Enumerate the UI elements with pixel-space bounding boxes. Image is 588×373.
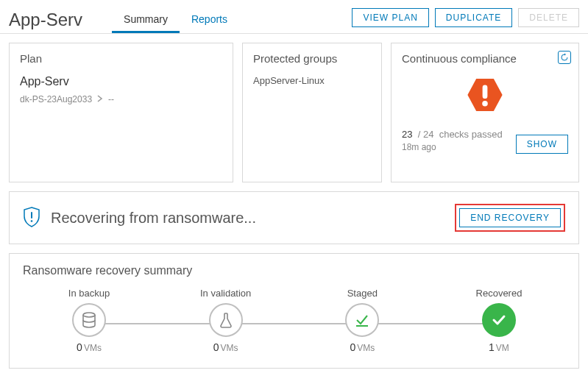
plan-path-source: dk-PS-23Aug2033 [20, 94, 92, 104]
delete-button: DELETE [518, 8, 579, 27]
recovery-summary-wrap: Ransomware recovery summary In backup 0V… [0, 253, 588, 373]
tab-reports[interactable]: Reports [180, 6, 239, 33]
protected-groups-title: Protected groups [253, 52, 371, 65]
database-icon [72, 303, 106, 337]
arrow-right-icon [96, 94, 104, 104]
stage-staged: Staged 0VMs [318, 288, 406, 353]
duplicate-button[interactable]: DUPLICATE [435, 8, 512, 27]
flask-icon [209, 303, 243, 337]
svg-point-4 [31, 220, 33, 222]
refresh-icon[interactable] [558, 51, 571, 64]
recovery-banner: Recovering from ransomware... END RECOVE… [9, 191, 579, 244]
svg-rect-1 [483, 85, 488, 99]
view-plan-button[interactable]: VIEW PLAN [352, 8, 428, 27]
plan-path-target: -- [108, 94, 114, 104]
page-title: App-Serv [9, 10, 82, 30]
tabs: Summary Reports [112, 6, 352, 33]
stage-validation-label: In validation [200, 288, 251, 299]
stage-recovered-num: 1 [489, 341, 495, 353]
stage-recovered-unit: VM [496, 343, 509, 353]
svg-point-2 [482, 101, 488, 107]
stage-connector-line [89, 323, 499, 324]
compliance-ago: 18m ago [402, 141, 503, 154]
stage-recovered-label: Recovered [476, 288, 523, 299]
end-recovery-button[interactable]: END RECOVERY [459, 208, 561, 227]
banner-text: Recovering from ransomware... [51, 210, 256, 227]
stage-backup-unit: VMs [84, 343, 102, 353]
recovery-summary-card: Ransomware recovery summary In backup 0V… [9, 253, 579, 369]
stage-validation-unit: VMs [221, 343, 238, 353]
stage-recovered: Recovered 1VM [455, 288, 543, 353]
stage-backup-label: In backup [68, 288, 110, 299]
compliance-card: Continuous compliance 23 / 24 checks pas… [391, 43, 579, 182]
stage-staged-unit: VMs [357, 343, 375, 353]
stage-validation-count: 0VMs [213, 341, 238, 353]
svg-rect-3 [31, 212, 32, 219]
stage-backup-num: 0 [77, 341, 82, 353]
cards-row: Plan App-Serv dk-PS-23Aug2033 -- Protect… [0, 34, 588, 191]
shield-alert-icon [23, 207, 40, 230]
checks-passed: 23 [402, 129, 412, 140]
plan-name: App-Serv [20, 75, 222, 88]
plan-card-title: Plan [20, 52, 222, 65]
stage-recovered-count: 1VM [489, 341, 509, 353]
checks-total: 24 [423, 129, 433, 140]
stage-backup-count: 0VMs [77, 341, 102, 353]
recovery-summary-title: Ransomware recovery summary [23, 264, 565, 277]
recovery-stages: In backup 0VMs In validation 0VMs Staged [23, 288, 565, 353]
svg-point-5 [83, 313, 95, 317]
protected-group-item: AppServer-Linux [253, 75, 371, 86]
alert-hexagon-icon [402, 75, 568, 115]
stage-staged-label: Staged [347, 288, 378, 299]
end-recovery-highlight: END RECOVERY [455, 204, 565, 232]
check-circle-icon [482, 303, 516, 337]
checks-suffix: checks passed [439, 129, 503, 140]
compliance-title: Continuous compliance [402, 52, 568, 65]
stage-validation: In validation 0VMs [182, 288, 270, 353]
plan-card: Plan App-Serv dk-PS-23Aug2033 -- [9, 43, 233, 182]
page-header: App-Serv Summary Reports VIEW PLAN DUPLI… [0, 0, 588, 34]
plan-path: dk-PS-23Aug2033 -- [20, 94, 222, 104]
protected-groups-card: Protected groups AppServer-Linux [242, 43, 382, 182]
show-button[interactable]: SHOW [516, 135, 568, 154]
compliance-stats: 23 / 24 checks passed 18m ago [402, 128, 503, 154]
stage-staged-count: 0VMs [350, 341, 375, 353]
header-actions: VIEW PLAN DUPLICATE DELETE [352, 8, 579, 27]
recovery-banner-wrap: Recovering from ransomware... END RECOVE… [0, 191, 588, 253]
stage-validation-num: 0 [213, 341, 219, 353]
stage-backup: In backup 0VMs [45, 288, 133, 353]
banner-left: Recovering from ransomware... [23, 207, 256, 230]
stage-staged-num: 0 [350, 341, 355, 353]
tab-summary[interactable]: Summary [112, 6, 180, 33]
compliance-footer: 23 / 24 checks passed 18m ago SHOW [402, 128, 568, 154]
check-underline-icon [345, 303, 379, 337]
